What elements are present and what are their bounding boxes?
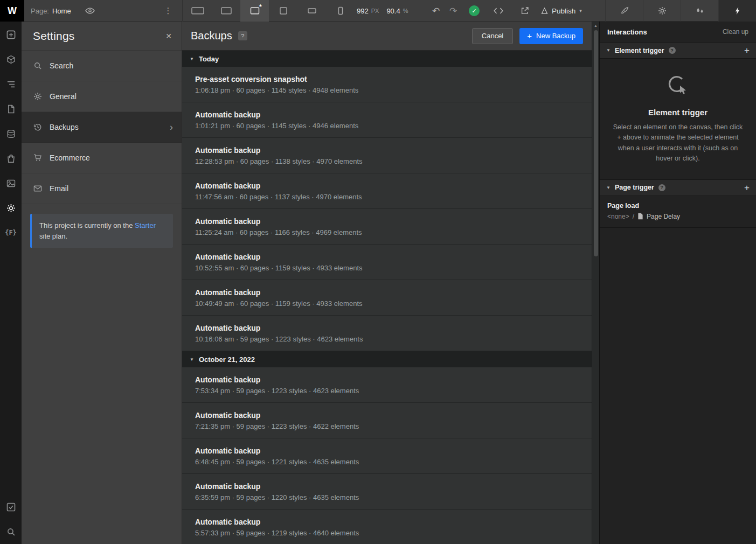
fonts-button[interactable]: {F} [0,220,22,245]
components-button[interactable] [0,47,22,72]
backup-meta: 11:25:24 am · 60 pages · 1166 styles · 4… [195,228,579,236]
backup-row[interactable]: Pre-asset conversion snapshot1:06:18 pm … [182,67,592,102]
webflow-logo[interactable]: W [0,0,24,22]
publish-button[interactable]: Publish ▾ [541,0,582,22]
collapse-triangle-icon: ▼ [190,57,194,61]
settings-item-search[interactable]: Search [22,51,182,81]
interactions-panel: Interactions Clean up ▼ Element trigger … [599,22,756,544]
breakpoint-desktop-large-button[interactable] [183,0,212,22]
zoom-button[interactable] [0,519,22,544]
backup-meta: 10:52:55 am · 60 pages · 1159 styles · 4… [195,264,579,272]
element-settings-panel-button[interactable] [643,0,681,22]
element-trigger-label: Element trigger [615,47,664,54]
assets-button[interactable] [0,171,22,196]
help-icon[interactable]: ? [238,31,247,40]
scrollbar-thumb[interactable] [594,30,598,256]
backup-row[interactable]: Automatic backup6:48:45 pm · 59 pages · … [182,438,592,474]
backup-title: Automatic backup [195,375,579,384]
navigator-button[interactable] [0,72,22,96]
backup-row[interactable]: Automatic backup7:53:34 pm · 59 pages · … [182,367,592,403]
close-button[interactable]: ✕ [165,32,172,40]
backup-section-header[interactable]: ▼October 21, 2022 [182,351,592,367]
starter-plan-link[interactable]: Starter [135,221,156,229]
backup-row[interactable]: Automatic backup10:16:06 am · 59 pages ·… [182,316,592,351]
left-toolbar: {F} [0,22,22,544]
paintbrush-icon [620,6,629,15]
add-elements-button[interactable] [0,22,22,47]
canvas-dimensions: 992 PX 90.4 % [357,0,408,22]
clean-up-button[interactable]: Clean up [723,28,748,36]
code-icon [494,8,503,14]
audit-button[interactable] [0,494,22,519]
redo-button[interactable]: ↷ [445,0,461,22]
backup-section-header[interactable]: ▼Today [182,51,592,67]
help-icon[interactable]: ? [669,47,676,54]
backup-row[interactable]: Automatic backup1:01:21 pm · 60 pages · … [182,102,592,138]
breakpoint-mobile-portrait-button[interactable] [326,0,355,22]
settings-item-general[interactable]: General [22,81,182,112]
help-icon[interactable]: ? [658,184,665,191]
add-element-trigger-button[interactable]: + [744,46,750,55]
main-scrollbar[interactable]: ▲ [592,22,599,544]
plus-square-icon [6,30,16,39]
export-code-button[interactable] [488,0,509,22]
zoom-value[interactable]: 90.4 [386,7,400,15]
cms-button[interactable] [0,121,22,146]
interactions-panel-button[interactable] [718,0,756,22]
backup-row[interactable]: Automatic backup12:28:53 pm · 60 pages ·… [182,138,592,173]
breakpoint-desktop-button[interactable] [212,0,240,22]
style-panel-button[interactable] [605,0,643,22]
scroll-up-arrow-icon[interactable]: ▲ [594,22,598,29]
settings-item-email[interactable]: Email [22,173,182,204]
page-selector[interactable]: Page: Home [31,0,71,22]
plan-notice: This project is currently on the Starter… [30,214,173,248]
backup-title: Automatic backup [195,110,579,119]
ecommerce-button[interactable] [0,146,22,171]
canvas-width-value[interactable]: 992 [357,7,369,15]
add-page-trigger-button[interactable]: + [744,183,750,192]
share-button[interactable] [515,0,535,22]
assets-image-icon [6,179,16,188]
project-settings-button[interactable] [0,196,22,220]
backup-row[interactable]: Automatic backup10:49:49 am · 60 pages ·… [182,280,592,316]
backup-title: Automatic backup [195,518,579,526]
plus-icon: + [527,32,532,40]
backup-row[interactable]: Automatic backup10:52:55 am · 60 pages ·… [182,245,592,280]
page-trigger-header[interactable]: ▼ Page trigger ? + [600,179,756,196]
style-manager-panel-button[interactable] [681,0,718,22]
fonts-icon: {F} [5,229,17,236]
element-trigger-header[interactable]: ▼ Element trigger ? + [600,42,756,59]
backup-meta: 5:57:33 pm · 59 pages · 1219 styles · 46… [195,529,579,537]
more-menu-button[interactable]: ⋮ [159,0,177,22]
backup-meta: 10:49:49 am · 60 pages · 1159 styles · 4… [195,299,579,308]
backup-list: ▼TodayPre-asset conversion snapshot1:06:… [182,51,592,544]
settings-header: Settings ✕ [22,22,182,51]
breakpoint-mobile-landscape-button[interactable] [297,0,326,22]
desktop-large-icon [191,6,204,15]
backup-row[interactable]: Automatic backup7:21:35 pm · 59 pages · … [182,403,592,438]
pages-button[interactable] [0,96,22,121]
saved-check-icon: ✓ [469,5,480,16]
panel-toggle-bar [605,0,756,22]
undo-button[interactable]: ↶ [428,0,444,22]
backup-row[interactable]: Automatic backup11:47:56 am · 60 pages ·… [182,173,592,209]
backup-row[interactable]: Automatic backup6:35:59 pm · 59 pages · … [182,474,592,510]
settings-nav: SearchGeneralBackups›EcommerceEmail [22,51,182,204]
page-label: Page: [31,7,49,15]
settings-item-ecommerce[interactable]: Ecommerce [22,143,182,173]
share-icon [521,6,529,15]
settings-item-backups[interactable]: Backups› [22,112,182,143]
components-cube-icon [6,55,16,64]
backup-row[interactable]: Automatic backup11:25:24 am · 60 pages ·… [182,209,592,245]
element-trigger-description: Select an element on the canvas, then cl… [613,122,743,164]
breakpoint-desktop-992-button[interactable]: ★ [240,0,269,22]
preview-button[interactable] [81,0,99,22]
backup-row[interactable]: Automatic backup5:57:33 pm · 59 pages · … [182,510,592,544]
close-icon: ✕ [165,32,172,40]
new-backup-button[interactable]: +New Backup [519,28,583,44]
page-load-detail: <none> / Page Delay [607,213,748,220]
page-name: Home [52,7,71,15]
page-load-trigger-item[interactable]: Page load <none> / Page Delay [600,196,756,228]
cancel-button[interactable]: Cancel [472,28,513,44]
breakpoint-tablet-button[interactable] [269,0,297,22]
